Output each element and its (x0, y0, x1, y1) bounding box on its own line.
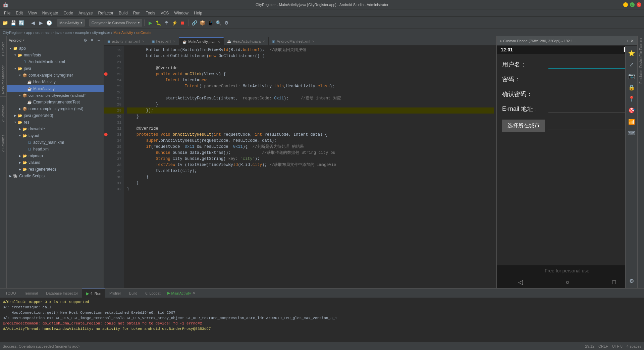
emu-icon-gps[interactable]: 📍 (627, 94, 636, 103)
profile-button[interactable]: ⚡ (171, 19, 178, 27)
tree-item-layout[interactable]: ▾ 📂 layout (7, 132, 104, 139)
menu-view[interactable]: View (25, 10, 40, 16)
tree-item-package-main[interactable]: ▾ 📦 com.example.cityregister (7, 72, 104, 79)
breadcrumb-example[interactable]: example (75, 31, 89, 35)
tab-close-activitymain[interactable]: ✕ (142, 40, 145, 43)
menu-build[interactable]: Build (116, 10, 130, 16)
emulator-minimize-button[interactable]: — (618, 39, 623, 43)
password-input[interactable] (548, 75, 632, 83)
tree-item-res-generated[interactable]: ▶ 📂 res (generated) (7, 166, 104, 173)
settings-button[interactable]: ⚙ (223, 19, 230, 27)
tab-mainactivity[interactable]: ☕ MainActivity.java ✕ (179, 37, 223, 45)
resource-manager-strip-tab[interactable]: Resource Manager (0, 63, 6, 97)
tab-headactivity[interactable]: ☕ HeadActivity.java ✕ (224, 37, 269, 45)
tab-close-headactivity[interactable]: ✕ (262, 40, 265, 43)
emulator-strip[interactable]: Emulator (638, 69, 644, 85)
breadcrumb-cityregister2[interactable]: cityregister (92, 31, 110, 35)
menu-navigate[interactable]: Navigate (40, 10, 61, 16)
debug-button[interactable]: 🐛 (155, 19, 162, 27)
menu-file[interactable]: File (1, 10, 13, 16)
device-file-explorer-strip[interactable]: Device File Explorer (638, 36, 644, 69)
breadcrumb-java[interactable]: java (55, 31, 61, 35)
bottom-tab-todo[interactable]: TODO (1, 289, 20, 298)
coverage-button[interactable]: ☂ (163, 19, 170, 27)
tab-close-headxml[interactable]: ✕ (173, 40, 175, 43)
menu-code[interactable]: Code (61, 10, 76, 16)
tree-item-java[interactable]: ▾ 📂 java (7, 65, 104, 72)
tree-item-headactivity[interactable]: ☕ HeadActivity (7, 79, 104, 85)
toolbar-icon-recent[interactable]: 🕐 (45, 19, 53, 27)
tree-item-gradle[interactable]: ▶ 🐘 Gradle Scripts (7, 173, 104, 179)
tab-androidmanifest[interactable]: ▣ AndroidManifest.xml ✕ (269, 37, 318, 45)
breadcrumb-app[interactable]: app (26, 31, 32, 35)
confirm-input[interactable] (548, 90, 632, 98)
menu-vcs[interactable]: VCS (158, 10, 172, 16)
tree-item-androidmanifest[interactable]: 🗋 AndroidManifest.xml (7, 58, 104, 65)
toolbar-back[interactable]: ◀ (29, 19, 37, 27)
tree-item-package-test[interactable]: ▶ 📦 com.example.cityregister (test) (7, 105, 104, 112)
tree-item-mainactivity[interactable]: ☕ MainActivity (7, 85, 104, 92)
toolbar-icon-project[interactable]: 📁 (1, 19, 9, 27)
tree-item-res[interactable]: ▾ 📂 res (7, 119, 104, 126)
tab-close-mainactivity[interactable]: ✕ (217, 40, 220, 44)
run-button[interactable]: ▶ (147, 19, 154, 27)
emu-icon-keyboard[interactable]: ⌨ (627, 128, 636, 138)
panel-gear-icon[interactable]: ⚙ (82, 37, 88, 43)
tree-item-exampletest[interactable]: ☕ ExampleInstrumentedTest (7, 99, 104, 105)
bottom-tab-profiler[interactable]: Profiler (105, 289, 125, 298)
breadcrumb-oncreate[interactable]: onCreate (136, 31, 151, 35)
emu-icon-settings[interactable]: ⚙ (627, 276, 636, 286)
back-nav-icon[interactable]: ◁ (518, 278, 523, 286)
emu-icon-lock[interactable]: 🔒 (627, 83, 636, 92)
code-content[interactable]: Button button=(Button)findViewById(R.id.… (124, 46, 496, 288)
project-strip-tab[interactable]: 1: Project (0, 36, 6, 63)
tree-item-drawable[interactable]: ▶ 📂 drawable (7, 126, 104, 132)
bottom-tab-build[interactable]: Build (125, 289, 141, 298)
tree-item-headxml[interactable]: 🗋 head.xml (7, 146, 104, 152)
menu-edit[interactable]: Edit (13, 10, 25, 16)
breadcrumb-cityregister[interactable]: CityRegister (3, 31, 23, 35)
recents-nav-icon[interactable]: □ (612, 279, 616, 286)
sdk-button[interactable]: 📦 (199, 19, 206, 27)
toolbar-icon-save[interactable]: 💾 (9, 19, 17, 27)
city-select-button[interactable]: 选择所在城市 (502, 120, 545, 132)
panel-dropdown-icon[interactable]: ▾ (23, 38, 24, 42)
emu-icon-star[interactable]: ⭐ (627, 48, 636, 58)
code-editor[interactable]: 19 20 21 22 ⬤ 23 (104, 46, 496, 288)
favorites-strip-tab[interactable]: 2: Favorites (0, 130, 6, 157)
breadcrumb-com[interactable]: com (65, 31, 72, 35)
tree-item-activitymain[interactable]: 🗋 activity_main.xml (7, 139, 104, 146)
status-crlf[interactable]: CRLF (598, 344, 608, 348)
toolbar-forward[interactable]: ▶ (37, 19, 45, 27)
stop-button[interactable]: ⏹ (179, 19, 186, 27)
toolbar-config-dropdown[interactable]: MainActivity ▾ (57, 19, 85, 27)
sync-button[interactable]: 🔗 (191, 19, 198, 27)
panel-config-icon[interactable]: ≡ (89, 37, 95, 43)
emulator-close-button[interactable]: ✕ (630, 39, 635, 43)
bottom-tab-database[interactable]: Database Inspector (42, 289, 82, 298)
run-close-icon[interactable]: ✕ (192, 291, 195, 295)
menu-run[interactable]: Run (130, 10, 143, 16)
bottom-tab-run[interactable]: ▶ 4: Run (82, 289, 105, 298)
tab-activitymain[interactable]: ▣ activity_main.xml ✕ (104, 37, 148, 45)
tab-headxml[interactable]: ▣ head.xml ✕ (148, 37, 179, 45)
tree-item-java-generated[interactable]: ▶ 📂 java (generated) (7, 112, 104, 119)
menu-window[interactable]: Window (171, 10, 191, 16)
breadcrumb-mainactivity[interactable]: MainActivity (113, 31, 133, 35)
tree-item-package-android[interactable]: ▾ 📦 com.example.cityregister (androidT (7, 92, 104, 99)
search-button[interactable]: 🔍 (215, 19, 222, 27)
breadcrumb-src[interactable]: src (36, 31, 41, 35)
emu-icon-camera[interactable]: 📷 (627, 71, 636, 81)
avd-button[interactable]: 📱 (207, 19, 214, 27)
bottom-tab-terminal[interactable]: Terminal (20, 289, 42, 298)
status-indent[interactable]: 4 spaces (627, 344, 641, 348)
menu-refactor[interactable]: Refactor (96, 10, 116, 16)
bottom-tab-logcat[interactable]: 6: Logcat (141, 289, 164, 298)
breadcrumb-main[interactable]: main (44, 31, 52, 35)
menu-analyze[interactable]: Analyze (76, 10, 96, 16)
tab-close-androidmanifest[interactable]: ✕ (312, 40, 315, 43)
emu-icon-expand[interactable]: ⤢ (627, 60, 636, 69)
username-input[interactable] (548, 60, 632, 69)
tree-item-mipmap[interactable]: ▶ 📂 mipmap (7, 152, 104, 159)
tree-item-manifests[interactable]: ▾ 📂 manifests (7, 52, 104, 58)
